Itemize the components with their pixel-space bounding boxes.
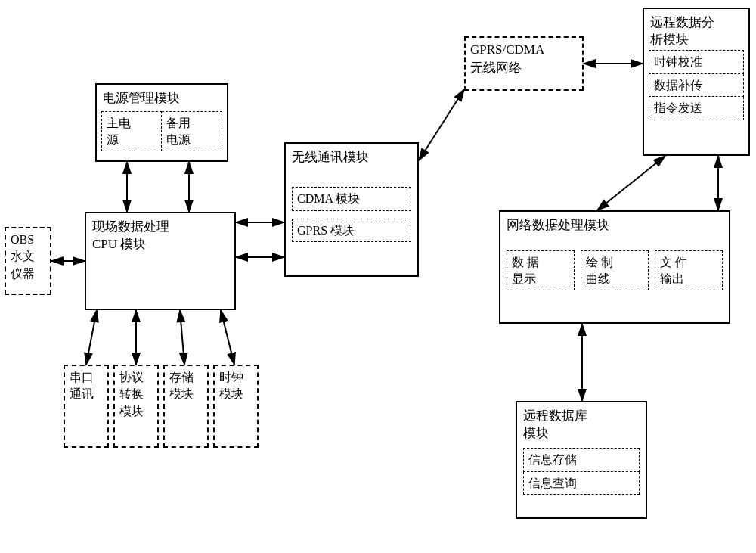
periph-clock: 时钟 模块 [213, 365, 259, 448]
remote-analysis-title: 远程数据分 析模块 [644, 9, 748, 50]
netproc-file: 文 件 输出 [655, 250, 723, 290]
obs-label: OBS 水文 仪器 [6, 228, 50, 285]
gprscdma-label: GPRS/CDMA 无线网络 [466, 38, 582, 80]
periph-clock-label: 时钟 模块 [215, 366, 257, 406]
remote-analysis-module: 远程数据分 析模块 时钟校准 数据补传 指令发送 [643, 8, 750, 156]
periph-protocol: 协议 转换 模块 [113, 365, 159, 448]
ra-resend: 数据补传 [649, 74, 744, 98]
periph-serial-label: 串口 通讯 [65, 366, 107, 406]
ra-cmd: 指令发送 [649, 97, 744, 120]
periph-storage-label: 存储 模块 [165, 366, 207, 406]
power-title: 电源管理模块 [97, 85, 227, 111]
wireless-gprs: GPRS 模块 [292, 219, 411, 243]
wireless-cdma: CDMA 模块 [292, 187, 411, 211]
power-backup: 备用 电源 [162, 111, 222, 151]
remotedb-module: 远程数据库 模块 信息存储 信息查询 [516, 401, 647, 519]
wireless-module: 无线通讯模块 CDMA 模块 GPRS 模块 [284, 142, 419, 277]
periph-serial: 串口 通讯 [64, 365, 109, 448]
svg-line-5 [180, 310, 184, 365]
ra-clock: 时钟校准 [649, 50, 744, 74]
power-module: 电源管理模块 主电 源 备用 电源 [95, 83, 228, 162]
cpu-module: 现场数据处理 CPU 模块 [85, 212, 236, 310]
cpu-title: 现场数据处理 CPU 模块 [86, 213, 234, 257]
netproc-title: 网络数据处理模块 [500, 212, 729, 238]
remotedb-store: 信息存储 [523, 448, 640, 472]
remotedb-title: 远程数据库 模块 [517, 402, 646, 446]
svg-line-6 [221, 310, 234, 365]
periph-storage: 存储 模块 [163, 365, 209, 448]
obs-box: OBS 水文 仪器 [5, 227, 51, 295]
remotedb-query: 信息查询 [523, 472, 640, 496]
netproc-display: 数 据 显示 [507, 250, 575, 290]
power-main: 主电 源 [101, 111, 162, 151]
netproc-curve: 绘 制 曲线 [581, 250, 649, 290]
periph-protocol-label: 协议 转换 模块 [115, 366, 157, 423]
svg-line-9 [419, 89, 464, 160]
netproc-module: 网络数据处理模块 数 据 显示 绘 制 曲线 文 件 输出 [499, 210, 730, 324]
svg-line-11 [597, 156, 665, 210]
svg-line-3 [86, 310, 97, 365]
wireless-title: 无线通讯模块 [286, 144, 417, 170]
gprscdma-box: GPRS/CDMA 无线网络 [464, 36, 584, 91]
